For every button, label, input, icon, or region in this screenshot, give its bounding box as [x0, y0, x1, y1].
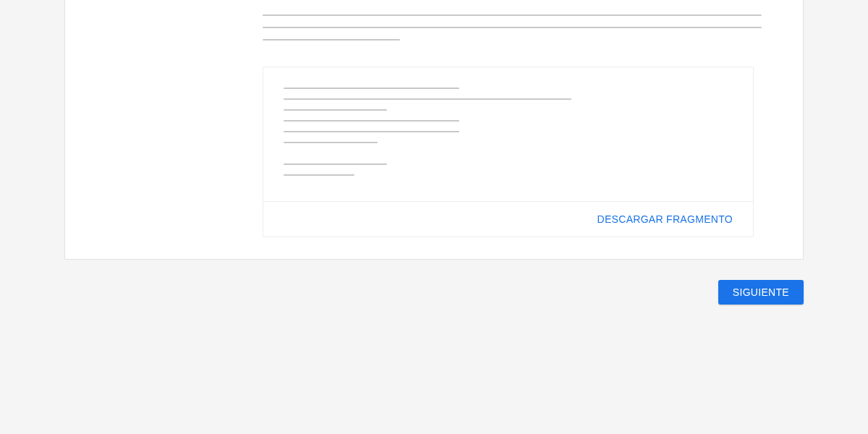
- placeholder-line: [263, 39, 400, 41]
- next-button[interactable]: SIGUIENTE: [718, 280, 804, 305]
- placeholder-line: [284, 163, 387, 165]
- code-snippet-body: [263, 67, 753, 201]
- code-snippet-footer: DESCARGAR FRAGMENTO: [263, 201, 753, 237]
- placeholder-line: [284, 98, 571, 100]
- placeholder-line: [284, 142, 378, 143]
- placeholder-line: [263, 27, 762, 28]
- placeholder-line: [284, 131, 459, 132]
- download-snippet-button[interactable]: DESCARGAR FRAGMENTO: [592, 209, 739, 229]
- code-snippet-box: DESCARGAR FRAGMENTO: [263, 67, 754, 237]
- action-bar: SIGUIENTE: [0, 280, 804, 305]
- placeholder-line: [284, 109, 387, 111]
- content-inner: DESCARGAR FRAGMENTO: [65, 0, 803, 237]
- placeholder-line: [284, 120, 459, 122]
- placeholder-line: [284, 88, 459, 89]
- content-card: DESCARGAR FRAGMENTO: [64, 0, 804, 260]
- placeholder-line: [263, 14, 762, 16]
- description-placeholder: [263, 0, 754, 41]
- placeholder-line: [284, 174, 354, 176]
